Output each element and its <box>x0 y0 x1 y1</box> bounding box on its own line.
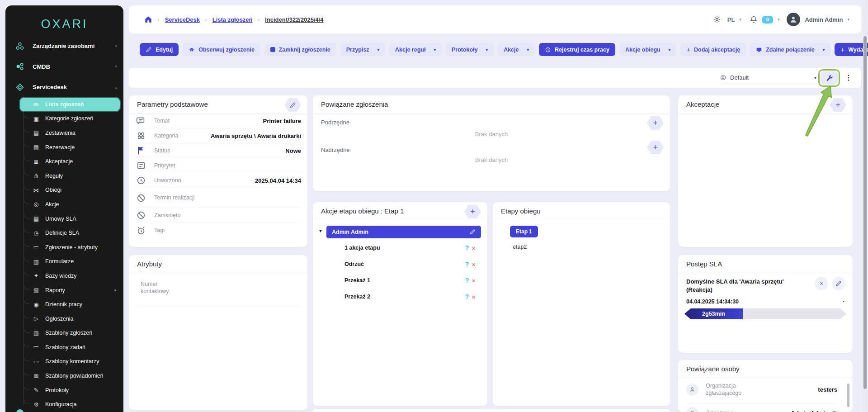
card-title: Etapy obiegu <box>501 207 541 215</box>
sidebar-item-szablony-zadan[interactable]: ≔Szablony zadań <box>5 340 123 355</box>
sidebar-item-label: Raporty <box>45 287 65 294</box>
param-value: Printer failure <box>196 118 301 124</box>
question-icon[interactable]: ? <box>465 277 469 284</box>
param-label: Kategoria <box>154 133 196 139</box>
annotation-highlight-box <box>818 69 840 87</box>
stage-2-label[interactable]: etap2 <box>513 244 527 250</box>
user-name[interactable]: Admin Admin <box>805 16 843 23</box>
sidebar-item-zgloszenie-atrybuty[interactable]: ≔Zgłoszenie - atrybuty <box>5 240 123 255</box>
stopwatch-off-icon <box>136 193 146 203</box>
delete-x-icon[interactable]: × <box>472 293 476 301</box>
remote-connection-button[interactable]: Zdalne połączenie▾ <box>750 43 830 56</box>
button-label: Akcje <box>504 47 519 53</box>
question-icon[interactable]: ? <box>465 244 469 251</box>
collapse-caret-icon[interactable]: ▼ <box>318 228 323 233</box>
no-data-text: Brak danych <box>313 131 670 137</box>
actions-icon: ◎ <box>31 201 42 208</box>
target-icon <box>720 74 726 81</box>
sidebar-item-label: Zgłoszenie - atrybuty <box>45 244 98 251</box>
rule-actions-button[interactable]: Akcje reguł▾ <box>389 43 442 56</box>
sidebar-item-zarzadzanie-zasobami[interactable]: Zarządzanie zasobami ▾ <box>5 36 123 57</box>
worklog-icon: ◉ <box>31 301 42 308</box>
workflow-stages-card: Etapy obiegu Etap 1 etap2 <box>493 202 670 406</box>
assign-button[interactable]: Przypisz▾ <box>340 43 385 56</box>
breadcrumb-separator: › <box>205 17 207 22</box>
add-parent-ticket-button[interactable]: + <box>647 141 664 154</box>
protocols-button[interactable]: Protokoły▾ <box>446 43 494 56</box>
divider <box>136 305 300 305</box>
add-child-ticket-button[interactable]: + <box>647 116 664 130</box>
clock-icon <box>545 47 551 53</box>
home-icon[interactable] <box>144 15 152 24</box>
mail-at-icon[interactable]: @ <box>831 410 837 412</box>
divider <box>686 403 837 404</box>
edit-button[interactable]: Edytuj <box>140 43 179 56</box>
sidebar-item-label: Kategorie zgłoszeń <box>45 115 93 122</box>
question-icon[interactable]: ? <box>465 293 469 300</box>
close-ticket-button[interactable]: Zamknij zgłoszenie <box>264 43 336 56</box>
cmdb-icon <box>15 62 24 71</box>
sidebar-item-label: Dziennik pracy <box>45 301 82 308</box>
view-filter-bar: Default ▾ ⋮ <box>129 68 861 88</box>
sidebar-item-reguly[interactable]: ⋔Reguły <box>5 169 123 183</box>
workflow-actions-button[interactable]: Akcje obiegu▾ <box>619 43 676 56</box>
register-worktime-button[interactable]: Rejestruj czas pracy <box>539 43 615 56</box>
remove-sla-button[interactable]: × <box>815 277 828 290</box>
monitor-icon <box>756 47 762 53</box>
window-scrollbar[interactable] <box>863 0 867 412</box>
protocol-icon: ✎ <box>31 387 42 393</box>
breadcrumb-servicedesk[interactable]: ServiceDesk <box>165 16 200 23</box>
person-icon <box>686 407 698 412</box>
sidebar-item-ogloszenia[interactable]: ▷Ogłoszenia <box>5 312 123 326</box>
action-group-header[interactable]: Admin Admin <box>326 226 481 238</box>
related-person-row: Zgłaszający Admin Admin@ <box>686 407 837 412</box>
category-icon <box>136 131 146 141</box>
servicedesk-icon <box>15 83 24 92</box>
button-label: Edytuj <box>156 47 173 53</box>
view-select[interactable]: Default ▾ <box>720 71 816 84</box>
sidebar-item-cmdb[interactable]: CMDB ▾ <box>5 57 123 77</box>
sidebar-item-label: Protokoły <box>45 387 69 393</box>
bell-icon[interactable] <box>750 15 758 24</box>
stage-actions-card: Akcje etapu obiegu : Etap 1 + ▼ Admin Ad… <box>313 202 487 406</box>
delete-x-icon[interactable]: × <box>472 260 476 268</box>
param-row: Zamknięto <box>136 208 301 223</box>
delete-x-icon[interactable]: × <box>472 277 476 284</box>
stage-1-pill[interactable]: Etap 1 <box>510 226 538 237</box>
chevron-down-icon: ▾ <box>527 47 529 52</box>
avatar[interactable] <box>787 13 800 26</box>
more-options-kebab[interactable]: ⋮ <box>845 73 852 82</box>
add-acceptance-card-button[interactable]: + <box>830 98 846 112</box>
edit-sla-button[interactable] <box>832 277 845 290</box>
edit-parameters-button[interactable] <box>284 98 301 112</box>
sidebar-item-konfiguracja[interactable]: ⚙Konfiguracja <box>5 397 123 412</box>
add-acceptance-button[interactable]: +Dodaj akceptację <box>680 43 746 56</box>
add-stage-action-button[interactable]: + <box>464 205 481 218</box>
plus-icon: + <box>840 46 844 53</box>
breadcrumb-lista-zgloszen[interactable]: Lista zgłoszeń <box>212 16 253 23</box>
watch-ticket-button[interactable]: Obserwuj zgłoszenie <box>183 43 260 56</box>
delete-x-icon[interactable]: × <box>472 244 476 252</box>
sidebar-item-label: Szablony zgłoszeń <box>45 330 92 336</box>
question-icon[interactable]: ? <box>465 260 469 268</box>
sidebar-item-lista-zgloszen[interactable]: ≔Lista zgłoszeń <box>5 97 123 112</box>
chevron-down-icon: ▾ <box>114 288 116 293</box>
action-label: Przekaż 2 <box>344 294 465 300</box>
sidebar-item-servicedesk[interactable]: Servicedesk ▴ <box>5 77 123 98</box>
pencil-icon[interactable] <box>469 229 476 235</box>
notification-badge[interactable]: 0 <box>762 16 773 24</box>
settings-wrench-button[interactable] <box>821 71 838 85</box>
card-scrollbar-thumb[interactable] <box>847 384 849 407</box>
child-tickets-label: Podrzędne <box>321 119 349 126</box>
card-title: Parametry podstawowe <box>137 100 208 108</box>
announcement-icon: ▷ <box>31 315 42 322</box>
chevron-down-icon: ▾ <box>377 47 379 52</box>
language-selector[interactable]: PL <box>727 16 735 23</box>
sidebar-item-bazy-wiedzy[interactable]: ✦Bazy wiedzy <box>5 269 123 283</box>
stage-action-row: Przekaż 1?× <box>344 275 476 286</box>
rules-icon: ⋔ <box>31 172 42 179</box>
gear-icon[interactable] <box>713 15 721 24</box>
actions-button[interactable]: Akcje▾ <box>498 43 535 56</box>
pencil-icon <box>146 47 152 53</box>
scrollbar-thumb[interactable] <box>863 36 867 389</box>
